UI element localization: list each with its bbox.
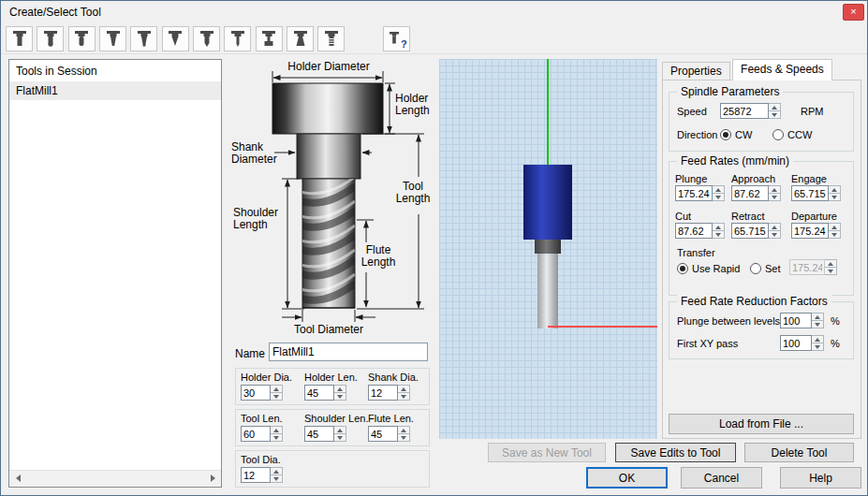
help-button[interactable]: Help (780, 467, 861, 489)
cw-radio[interactable] (720, 129, 731, 140)
spin-up-button[interactable] (398, 385, 410, 393)
flat-mill-icon[interactable] (6, 26, 33, 51)
delete-tool-button[interactable]: Delete Tool (744, 443, 854, 462)
flute-len-spinner[interactable] (398, 426, 410, 442)
spin-up-button[interactable] (829, 223, 841, 231)
spin-down-button[interactable] (713, 231, 725, 239)
engage-input[interactable] (791, 185, 829, 201)
horizontal-scrollbar[interactable] (9, 470, 221, 487)
retract-input[interactable] (731, 223, 769, 239)
tool-len-input[interactable] (241, 426, 271, 442)
ccw-radio[interactable] (772, 129, 784, 140)
departure-input[interactable] (791, 223, 829, 239)
spin-down-button[interactable] (271, 475, 283, 483)
approach-input[interactable] (731, 185, 769, 201)
close-button[interactable]: × (843, 4, 864, 21)
speed-spinner[interactable] (769, 103, 781, 119)
tool-name-input[interactable] (269, 343, 428, 361)
spin-up-button[interactable] (812, 335, 824, 343)
tool-dia-spinner[interactable] (271, 467, 283, 483)
shank-dia-spinner[interactable] (398, 385, 410, 401)
set-radio[interactable] (750, 263, 761, 274)
session-list-item[interactable]: FlatMill1 (9, 81, 221, 100)
plunge-spinner[interactable] (713, 185, 725, 201)
cancel-button[interactable]: Cancel (681, 467, 762, 489)
drill-icon[interactable] (193, 26, 220, 51)
tab-feeds-speeds[interactable]: Feeds & Speeds (732, 59, 832, 80)
departure-spinner[interactable] (829, 223, 841, 239)
spin-down-button[interactable] (825, 268, 837, 275)
approach-spinner[interactable] (769, 185, 781, 201)
thread-mill-icon[interactable] (317, 26, 345, 51)
spin-down-button[interactable] (713, 194, 725, 201)
tool-dia-input[interactable] (241, 467, 271, 483)
ball-mill-icon[interactable] (37, 26, 64, 51)
spin-down-button[interactable] (812, 321, 824, 328)
spin-down-button[interactable] (769, 111, 781, 119)
spin-up-button[interactable] (271, 426, 283, 434)
spin-up-button[interactable] (769, 103, 781, 111)
v-bit-mill-icon[interactable] (162, 26, 189, 51)
spin-down-button[interactable] (398, 434, 410, 442)
ccw-radio-item[interactable]: CCW (772, 128, 812, 140)
spin-down-button[interactable] (769, 231, 781, 239)
spin-down-button[interactable] (334, 434, 346, 442)
plunge-between-levels-input[interactable] (780, 313, 812, 328)
tab-properties[interactable]: Properties (662, 62, 730, 80)
center-drill-icon[interactable] (224, 26, 251, 51)
spin-down-button[interactable] (769, 194, 781, 201)
spin-up-button[interactable] (334, 385, 346, 393)
holder-len-spinner[interactable] (334, 385, 346, 401)
spin-down-button[interactable] (334, 393, 346, 401)
spin-up-button[interactable] (398, 426, 410, 434)
taper-ball-mill-icon[interactable] (130, 26, 157, 51)
first-xy-pass-spinner[interactable] (812, 335, 824, 351)
corner-radius-mill-icon[interactable] (68, 26, 96, 51)
spin-up-button[interactable] (769, 223, 781, 231)
spin-up-button[interactable] (713, 185, 725, 194)
tool-len-spinner[interactable] (271, 426, 283, 442)
holder-dia-spinner[interactable] (271, 385, 283, 401)
spin-up-button[interactable] (271, 467, 283, 475)
plunge-input[interactable] (675, 185, 713, 201)
spin-down-button[interactable] (829, 231, 841, 239)
cut-input[interactable] (675, 223, 713, 239)
save-edits-to-tool-button[interactable]: Save Edits to Tool (615, 443, 736, 462)
spin-up-button[interactable] (334, 426, 346, 434)
retract-spinner[interactable] (769, 223, 781, 239)
set-radio-item[interactable]: Set (750, 262, 781, 274)
t-slot-mill-icon[interactable] (256, 26, 283, 51)
shoulder-len-spinner[interactable] (334, 426, 346, 442)
plunge-between-levels-spinner[interactable] (812, 313, 824, 328)
scroll-left-button[interactable] (9, 471, 25, 486)
custom-tool-help-icon[interactable]: ? (383, 26, 410, 51)
load-from-file-button[interactable]: Load from File ... (669, 414, 854, 434)
spin-down-button[interactable] (812, 343, 824, 351)
spin-down-button[interactable] (271, 434, 283, 442)
spin-up-button[interactable] (713, 223, 725, 231)
holder-len-input[interactable] (304, 385, 334, 401)
ok-button[interactable]: OK (586, 467, 668, 489)
spin-down-button[interactable] (271, 393, 283, 401)
shank-dia-input[interactable] (368, 385, 398, 401)
tool-preview-viewport[interactable] (439, 59, 657, 439)
cw-radio-item[interactable]: CW (720, 128, 752, 140)
spin-up-button[interactable] (812, 313, 824, 321)
taper-mill-icon[interactable] (99, 26, 126, 51)
scroll-right-button[interactable] (205, 471, 221, 486)
cut-spinner[interactable] (713, 223, 725, 239)
spin-up-button[interactable] (769, 185, 781, 194)
first-xy-pass-input[interactable] (780, 335, 812, 351)
spin-up-button[interactable] (829, 185, 841, 194)
spin-down-button[interactable] (398, 393, 410, 401)
dove-mill-icon[interactable] (287, 26, 314, 51)
use-rapid-radio-item[interactable]: Use Rapid (677, 262, 740, 274)
spin-up-button[interactable] (271, 385, 283, 393)
shoulder-len-input[interactable] (304, 426, 334, 442)
use-rapid-radio[interactable] (677, 263, 688, 274)
speed-input[interactable] (720, 103, 769, 119)
holder-dia-input[interactable] (241, 385, 271, 401)
engage-spinner[interactable] (829, 185, 841, 201)
spin-down-button[interactable] (829, 194, 841, 201)
flute-len-input[interactable] (368, 426, 398, 442)
